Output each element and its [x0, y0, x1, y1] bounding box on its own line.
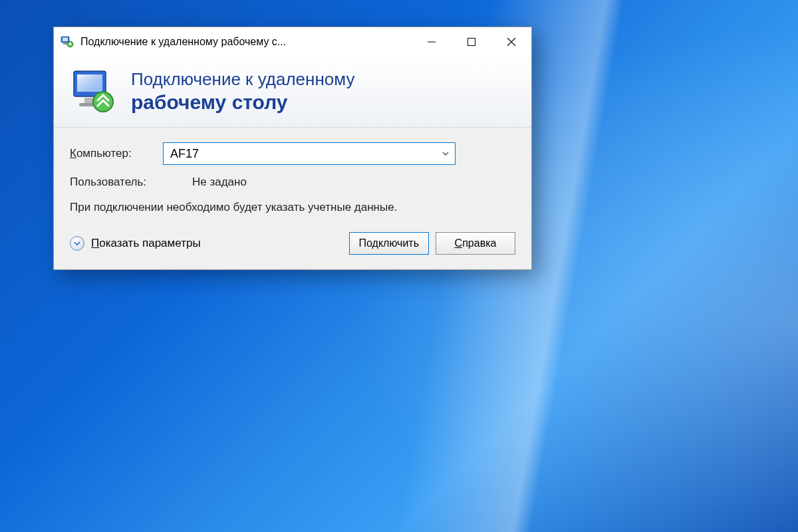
rdp-banner-icon: [70, 67, 118, 115]
user-row: Пользователь: Не задано: [70, 176, 515, 189]
window-controls: [412, 27, 531, 57]
computer-combobox[interactable]: [163, 142, 456, 165]
chevron-down-icon[interactable]: [436, 150, 455, 158]
computer-label: Компьютер:: [70, 147, 163, 160]
minimize-button[interactable]: [412, 27, 452, 57]
dialog-footer: Показать параметры Подключить Справка: [70, 232, 515, 257]
banner-line2: рабочему столу: [131, 91, 354, 114]
svg-rect-5: [468, 39, 475, 46]
window-title: Подключение к удаленному рабочему с...: [80, 36, 286, 48]
computer-input[interactable]: [164, 144, 436, 164]
desktop-background: Подключение к удаленному рабочему с...: [0, 0, 798, 532]
expand-chevron-icon: [70, 236, 84, 251]
user-value: Не задано: [192, 176, 247, 189]
show-options-toggle[interactable]: Показать параметры: [70, 236, 201, 251]
maximize-button[interactable]: [452, 27, 491, 57]
credentials-info-text: При подключении необходимо будет указать…: [70, 200, 515, 216]
banner-line1: Подключение к удаленному: [131, 69, 354, 90]
titlebar[interactable]: Подключение к удаленному рабочему с...: [54, 27, 531, 57]
app-icon: [61, 35, 74, 49]
close-button[interactable]: [491, 27, 531, 57]
dialog-body: Компьютер: Пользователь: Не задано При п…: [54, 128, 531, 269]
svg-rect-1: [63, 38, 68, 42]
show-options-label: Показать параметры: [91, 237, 201, 250]
banner-text: Подключение к удаленному рабочему столу: [131, 69, 354, 114]
rdp-dialog-window: Подключение к удаленному рабочему с...: [53, 27, 532, 270]
header-banner: Подключение к удаленному рабочему столу: [54, 57, 531, 128]
svg-rect-2: [63, 43, 67, 45]
user-label: Пользователь:: [70, 176, 176, 189]
help-button[interactable]: Справка: [436, 232, 515, 255]
svg-rect-10: [77, 74, 102, 92]
connect-button[interactable]: Подключить: [349, 232, 429, 255]
computer-row: Компьютер:: [70, 142, 515, 165]
